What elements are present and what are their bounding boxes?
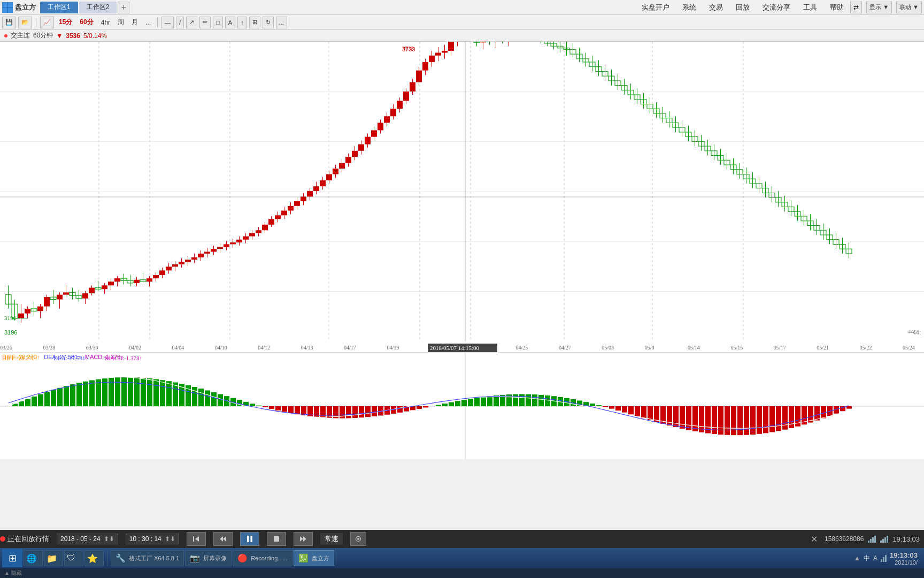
tf-month[interactable]: 月 <box>129 17 141 27</box>
menu-replay[interactable]: 回放 <box>734 3 752 12</box>
draw-rotate[interactable]: ↻ <box>263 17 274 28</box>
taskbar-main: ⊞ 🌐 📁 🛡 ⭐ 🔧 格式工厂 X64 5.8.1 📷 屏幕录像 🔴 Reco… <box>0 548 924 568</box>
macd-chart[interactable]: DIFF:-28.270↑ DEA:-27.581↑ MACD:-1.378↑ <box>0 352 924 459</box>
display-btn[interactable]: 显示 ▼ <box>866 2 892 13</box>
close-playback-btn[interactable]: ✕ <box>808 533 820 545</box>
svg-rect-6 <box>274 536 279 542</box>
taskbar: ⊞ 🌐 📁 🛡 ⭐ 🔧 格式工厂 X64 5.8.1 📷 屏幕录像 🔴 Reco… <box>0 548 924 578</box>
workspace-tab-add[interactable]: + <box>118 2 129 13</box>
price-value: 3536 <box>66 32 80 40</box>
chart-area[interactable]: 3733 3196 44: 2018/05/07 14:15:00 DIFF:-… <box>0 42 924 459</box>
taskbar-item-panlf[interactable]: 💹 盘立方 <box>294 550 334 566</box>
draw-fib[interactable]: ⊞ <box>249 17 260 28</box>
diff-label: DIFF:-28.270↑ <box>2 354 40 360</box>
menu-share[interactable]: 交流分享 <box>760 3 792 12</box>
draw-price[interactable]: ↑ <box>237 17 247 28</box>
signal-icon <box>868 535 876 543</box>
screen-record-icon: 📷 <box>190 553 200 563</box>
draw-arrow[interactable]: ↗ <box>186 17 197 28</box>
symbol-label: 交主连 <box>11 31 30 40</box>
menu-trade[interactable]: 交易 <box>707 3 725 12</box>
screen-btn[interactable]: ⇄ <box>850 2 862 13</box>
macd-labels: DIFF:-28.270↑ DEA:-27.581↑ MACD:-1.378↑ <box>2 354 124 360</box>
draw-pencil[interactable]: ✏ <box>199 17 211 28</box>
link-btn[interactable]: 联动 ▼ <box>896 2 922 13</box>
workspace-tab-1[interactable]: 工作区1 <box>40 2 78 13</box>
taskbar-item-ie[interactable]: 🌐 <box>24 550 43 566</box>
playback-stop-btn[interactable] <box>267 532 286 546</box>
draw-text[interactable]: A <box>225 17 235 28</box>
save-btn[interactable]: 💾 <box>2 17 16 28</box>
open-btn[interactable]: 📂 <box>18 17 32 28</box>
playback-date[interactable]: 2018 - 05 - 24 ⬆⬇ <box>57 534 118 544</box>
status-bar: 交主连 60分钟 ▼ 3536 5/0.14% <box>0 30 924 42</box>
playback-prev-btn[interactable] <box>187 532 206 546</box>
draw-diagonal[interactable]: / <box>176 17 184 28</box>
taskbar-clock-time: 19:13:03 <box>892 535 920 543</box>
workspace-tabs: 工作区1 工作区2 + <box>40 2 129 13</box>
price-change: 5/0.14% <box>83 32 107 40</box>
draw-rect[interactable]: □ <box>213 17 223 28</box>
svg-marker-3 <box>223 536 226 542</box>
start-button[interactable]: ⊞ <box>2 549 22 567</box>
menu-system[interactable]: 系统 <box>680 3 698 12</box>
signal-icon2 <box>880 535 888 543</box>
arrow-label: ▼ <box>56 32 63 40</box>
macd-label: MACD:-1.378↑ <box>85 354 124 360</box>
playback-forward-btn[interactable] <box>294 532 313 546</box>
tf-more[interactable]: ... <box>143 18 153 27</box>
svg-marker-2 <box>220 536 223 542</box>
candlestick-canvas <box>0 42 924 352</box>
main-chart[interactable]: 3733 3196 44: 2018/05/07 14:15:00 <box>0 42 924 352</box>
menu-bar: 实盘开户 系统 交易 回放 交流分享 工具 帮助 <box>640 3 846 12</box>
playback-pause-btn[interactable] <box>240 532 259 546</box>
chart-type-btn[interactable]: 📈 <box>40 17 54 28</box>
tf-15min[interactable]: 15分 <box>56 17 75 27</box>
taskbar-bottom: ▲ 隐藏 <box>0 568 924 578</box>
toolbar: 💾 📂 📈 15分 60分 4hr 周 月 ... — / ↗ ✏ □ A ↑ … <box>0 15 924 30</box>
workspace-tab-2[interactable]: 工作区2 <box>79 2 117 13</box>
taskbar-bottom-text: ▲ 隐藏 <box>4 569 22 577</box>
speed-label: 常速 <box>320 533 343 545</box>
timeframe-label: 60分钟 <box>33 31 53 40</box>
macd-canvas <box>0 353 924 459</box>
taskbar-item-screen-record[interactable]: 📷 屏幕录像 <box>185 550 232 566</box>
sep2 <box>157 18 158 27</box>
taskbar-item-folder[interactable]: 📁 <box>44 550 63 566</box>
status-dot <box>4 34 7 37</box>
draw-more[interactable]: ... <box>276 17 287 28</box>
taskbar-item-star[interactable]: ⭐ <box>84 550 104 566</box>
tf-week[interactable]: 周 <box>115 17 127 27</box>
price-low-label: 3196 <box>4 329 17 336</box>
taskbar-sep <box>107 551 107 566</box>
phone-number: 15863628086 <box>825 535 864 543</box>
draw-line[interactable]: — <box>161 17 174 28</box>
taskbar-item-recording[interactable]: 🔴 Recording...... <box>233 550 292 566</box>
tray-signal <box>881 554 887 562</box>
rec-text: 正在回放行情 <box>7 534 49 544</box>
tf-4hr[interactable]: 4hr <box>98 18 113 27</box>
star-icon: ⭐ <box>87 553 98 564</box>
panlf-icon: 💹 <box>298 553 309 563</box>
top-right-controls: ⇄ 显示 ▼ 联动 ▼ <box>850 2 922 13</box>
sep1 <box>36 18 36 27</box>
price-right-label: 44: <box>913 329 921 336</box>
menu-help[interactable]: 帮助 <box>828 3 846 12</box>
menu-shidankaizhu[interactable]: 实盘开户 <box>640 3 672 12</box>
tf-60min[interactable]: 60分 <box>77 17 96 27</box>
clock[interactable]: 19:13:03 2021/10/ <box>890 551 918 566</box>
panlf-label: 盘立方 <box>312 554 329 562</box>
menu-tools[interactable]: 工具 <box>801 3 819 12</box>
format-factory-label: 格式工厂 X64 5.8.1 <box>129 554 179 562</box>
recording-label: Recording...... <box>251 555 287 561</box>
playback-rewind-btn[interactable] <box>213 532 233 546</box>
svg-marker-8 <box>303 536 306 542</box>
playback-bar: 正在回放行情 2018 - 05 - 24 ⬆⬇ 10 : 30 : 14 ⬆⬇… <box>0 530 924 548</box>
svg-marker-1 <box>195 536 199 542</box>
taskbar-item-shield[interactable]: 🛡 <box>64 550 83 566</box>
taskbar-item-format-factory[interactable]: 🔧 格式工厂 X64 5.8.1 <box>111 550 184 566</box>
svg-marker-7 <box>300 536 303 542</box>
tray-arrow[interactable]: ▲ <box>854 554 860 562</box>
svg-marker-10 <box>357 538 360 541</box>
speed-icon[interactable] <box>350 532 366 546</box>
